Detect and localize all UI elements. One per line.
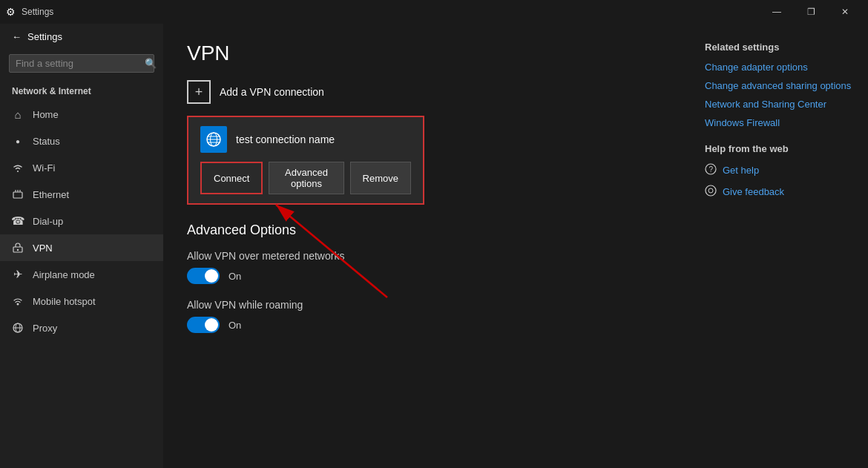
add-vpn-label: Add a VPN connection [220, 86, 324, 98]
add-icon: + [187, 80, 211, 104]
hotspot-icon [12, 295, 24, 307]
sidebar-item-label: Home [33, 109, 59, 120]
sidebar: ← Settings 🔍 Network & Internet ⌂ Home ●… [0, 24, 163, 468]
connect-button[interactable]: Connect [200, 162, 263, 194]
svg-rect-0 [13, 192, 22, 198]
minimize-button[interactable]: — [760, 0, 794, 24]
app-body: ← Settings 🔍 Network & Internet ⌂ Home ●… [0, 24, 868, 468]
annotation-area: test connection name Connect Advanced op… [187, 116, 666, 205]
sidebar-item-status[interactable]: ● Status [0, 128, 163, 154]
get-help-item[interactable]: ? Get help [705, 163, 853, 177]
sidebar-item-label: Airplane mode [33, 269, 95, 280]
sidebar-item-label: VPN [33, 243, 53, 254]
dialup-icon: ☎ [12, 215, 24, 227]
sidebar-item-home[interactable]: ⌂ Home [0, 101, 163, 128]
sidebar-item-vpn[interactable]: VPN [0, 234, 163, 261]
airplane-icon: ✈ [12, 268, 24, 280]
sidebar-search-box[interactable]: 🔍 [9, 54, 154, 73]
status-icon: ● [12, 135, 24, 147]
titlebar: ⚙ Settings — ❐ ✕ [0, 0, 868, 24]
sidebar-item-ethernet[interactable]: Ethernet [0, 181, 163, 208]
sidebar-item-proxy[interactable]: Proxy [0, 314, 163, 341]
sidebar-back-button[interactable]: ← Settings [0, 24, 163, 50]
feedback-icon [705, 185, 717, 199]
svg-point-5 [17, 249, 19, 251]
sidebar-item-wifi[interactable]: Wi-Fi [0, 154, 163, 181]
svg-point-6 [17, 303, 19, 306]
page-title: VPN [187, 42, 666, 65]
sidebar-section-label: Network & Internet [0, 77, 163, 101]
titlebar-controls: — ❐ ✕ [760, 0, 862, 24]
vpn-buttons: Connect Advanced options Remove [200, 162, 411, 194]
get-help-link[interactable]: Get help [723, 165, 759, 176]
close-button[interactable]: ✕ [828, 0, 862, 24]
option2-toggle[interactable] [187, 317, 220, 333]
option1-label: Allow VPN over metered networks [187, 250, 666, 262]
wifi-icon [12, 162, 24, 174]
sidebar-back-label: Settings [27, 31, 62, 42]
search-icon: 🔍 [145, 58, 157, 69]
sidebar-item-airplane[interactable]: ✈ Airplane mode [0, 261, 163, 288]
option2-label: Allow VPN while roaming [187, 299, 666, 311]
advanced-options-button[interactable]: Advanced options [269, 162, 343, 194]
ethernet-icon [12, 188, 24, 200]
settings-icon: ⚙ [6, 6, 16, 18]
feedback-item[interactable]: Give feedback [705, 185, 853, 199]
related-link-0[interactable]: Change adapter options [705, 62, 853, 73]
add-vpn-button[interactable]: + Add a VPN connection [187, 80, 666, 104]
svg-text:?: ? [709, 165, 714, 174]
sidebar-item-label: Mobile hotspot [33, 296, 96, 307]
sidebar-item-label: Wi-Fi [33, 162, 55, 174]
vpn-icon [12, 242, 24, 254]
option1-toggle-row: On [187, 268, 666, 284]
restore-button[interactable]: ❐ [794, 0, 828, 24]
related-settings-title: Related settings [705, 42, 853, 53]
titlebar-left: ⚙ Settings [6, 6, 53, 18]
sidebar-item-hotspot[interactable]: Mobile hotspot [0, 288, 163, 314]
help-icon: ? [705, 163, 717, 177]
related-link-3[interactable]: Windows Firewall [705, 117, 853, 128]
titlebar-title: Settings [22, 7, 53, 17]
sidebar-item-label: Proxy [33, 323, 57, 334]
main-content: VPN + Add a VPN connection [163, 24, 690, 468]
home-icon: ⌂ [12, 108, 24, 120]
search-input[interactable] [16, 58, 140, 69]
related-link-1[interactable]: Change advanced sharing options [705, 80, 853, 91]
vpn-connection-name: test connection name [236, 134, 335, 145]
related-link-2[interactable]: Network and Sharing Center [705, 99, 853, 110]
sidebar-item-label: Dial-up [33, 216, 63, 227]
svg-point-20 [708, 188, 713, 193]
sidebar-item-dialup[interactable]: ☎ Dial-up [0, 208, 163, 234]
vpn-connection-icon [200, 126, 227, 153]
feedback-link[interactable]: Give feedback [723, 186, 784, 197]
proxy-icon [12, 322, 24, 334]
right-panel: Related settings Change adapter options … [690, 24, 868, 468]
sidebar-item-label: Status [33, 136, 60, 147]
svg-point-19 [706, 185, 716, 196]
back-icon: ← [12, 31, 22, 42]
remove-button[interactable]: Remove [350, 162, 411, 194]
option2-state: On [228, 320, 241, 331]
sidebar-item-label: Ethernet [33, 189, 69, 200]
vpn-card: test connection name Connect Advanced op… [187, 116, 424, 205]
option2-toggle-row: On [187, 317, 666, 333]
vpn-card-header: test connection name [200, 126, 411, 153]
option1-toggle[interactable] [187, 268, 220, 284]
option1-state: On [228, 271, 241, 282]
advanced-options-title: Advanced Options [187, 223, 666, 238]
help-title: Help from the web [705, 143, 853, 154]
